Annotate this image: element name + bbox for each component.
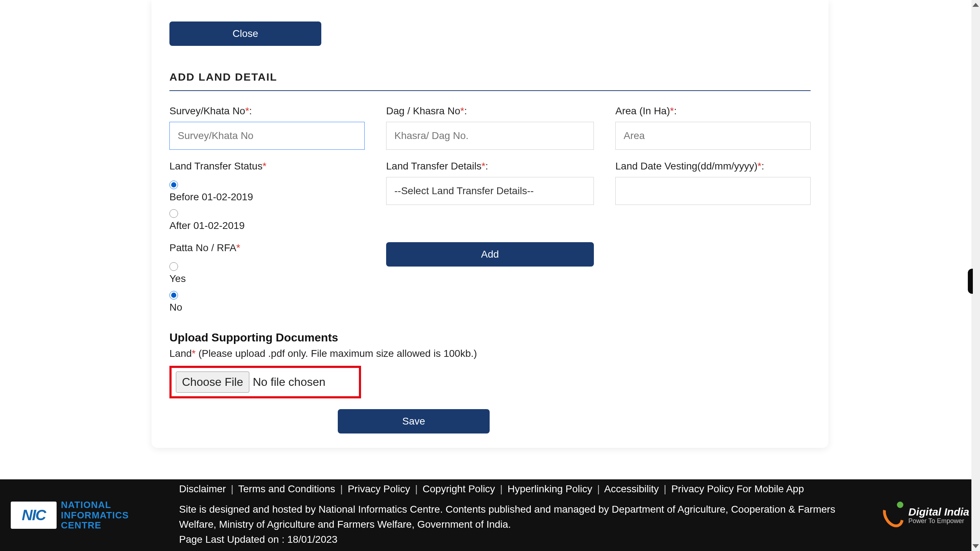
radio-input-patta-no[interactable] (169, 291, 178, 299)
link-accessibility[interactable]: Accessibility (604, 483, 659, 494)
nic-logo-text: NATIONAL INFORMATICS CENTRE (61, 500, 129, 530)
footer-last-updated: Page Last Updated on : 18/01/2023 (179, 532, 844, 547)
input-date-vesting[interactable] (616, 177, 811, 205)
close-button[interactable]: Close (169, 21, 321, 46)
label-transfer-details: Land Transfer Details*: (386, 161, 594, 172)
file-upload-highlight: Choose File No file chosen (169, 366, 361, 398)
label-area: Area (In Ha)*: (616, 105, 811, 117)
digital-india-logo: Digital India Power To Empower (885, 502, 969, 528)
radio-input-patta-yes[interactable] (169, 262, 178, 271)
radio-patta-no: No (169, 291, 364, 313)
scroll-up-icon[interactable] (972, 3, 979, 7)
nic-logo-box: NIC (11, 502, 57, 529)
link-privacy[interactable]: Privacy Policy (348, 483, 410, 494)
field-patta: Patta No / RFA* Yes No (169, 242, 364, 313)
field-area: Area (In Ha)*: (616, 105, 811, 150)
scroll-down-icon[interactable] (972, 544, 979, 548)
page-wrapper: Close ADD LAND DETAIL Survey/Khata No*: … (0, 0, 980, 479)
field-khasra-no: Dag / Khasra No*: (386, 105, 594, 150)
section-divider (169, 90, 811, 91)
radio-label-before: Before 01-02-2019 (169, 191, 364, 203)
footer-right: Digital India Power To Empower (862, 502, 969, 528)
input-survey-no[interactable] (169, 122, 364, 150)
radio-input-after[interactable] (169, 209, 178, 218)
field-transfer-status: Land Transfer Status* Before 01-02-2019 … (169, 161, 364, 231)
upload-heading: Upload Supporting Documents (169, 331, 811, 344)
link-terms[interactable]: Terms and Conditions (238, 483, 335, 494)
radio-group-transfer-status: Before 01-02-2019 After 01-02-2019 (169, 181, 364, 231)
label-survey-no: Survey/Khata No*: (169, 105, 364, 117)
radio-before: Before 01-02-2019 (169, 181, 364, 203)
radio-label-after: After 01-02-2019 (169, 220, 364, 231)
save-row: Save (169, 409, 811, 433)
footer-center: Disclaimer | Terms and Conditions | Priv… (161, 483, 862, 547)
choose-file-button[interactable]: Choose File (176, 371, 249, 393)
label-patta: Patta No / RFA* (169, 242, 364, 254)
label-date-vesting: Land Date Vesting(dd/mm/yyyy)*: (616, 161, 811, 172)
link-hyperlinking[interactable]: Hyperlinking Policy (508, 483, 592, 494)
digital-india-text: Digital India Power To Empower (908, 506, 969, 525)
label-khasra-no: Dag / Khasra No*: (386, 105, 594, 117)
link-copyright[interactable]: Copyright Policy (423, 483, 495, 494)
save-button[interactable]: Save (338, 409, 490, 433)
form-grid: Survey/Khata No*: Dag / Khasra No*: Area… (169, 105, 811, 313)
radio-label-patta-yes: Yes (169, 273, 364, 285)
link-mobile-privacy[interactable]: Privacy Policy For Mobile App (671, 483, 804, 494)
footer-disclaimer: Site is designed and hosted by National … (179, 502, 844, 532)
radio-input-before[interactable] (169, 181, 178, 189)
input-khasra-no[interactable] (386, 122, 594, 150)
link-disclaimer[interactable]: Disclaimer (179, 483, 226, 494)
radio-patta-yes: Yes (169, 262, 364, 285)
no-file-text: No file chosen (253, 376, 326, 389)
footer: NIC NATIONAL INFORMATICS CENTRE Disclaim… (0, 479, 980, 551)
field-date-vesting: Land Date Vesting(dd/mm/yyyy)*: (616, 161, 811, 205)
radio-after: After 01-02-2019 (169, 209, 364, 231)
footer-links: Disclaimer | Terms and Conditions | Priv… (179, 483, 844, 495)
add-button[interactable]: Add (386, 242, 594, 266)
input-area[interactable] (616, 122, 811, 150)
nic-logo: NIC NATIONAL INFORMATICS CENTRE (11, 500, 129, 530)
section-heading: ADD LAND DETAIL (169, 71, 811, 83)
footer-left: NIC NATIONAL INFORMATICS CENTRE (11, 500, 161, 530)
select-transfer-details[interactable]: --Select Land Transfer Details-- (386, 177, 594, 205)
add-button-cell: Add (386, 242, 594, 266)
upload-hint: Land* (Please upload .pdf only. File max… (169, 348, 811, 359)
label-transfer-status: Land Transfer Status* (169, 161, 364, 172)
radio-label-patta-no: No (169, 302, 364, 313)
form-card: Close ADD LAND DETAIL Survey/Khata No*: … (151, 0, 829, 448)
field-transfer-details: Land Transfer Details*: --Select Land Tr… (386, 161, 594, 205)
radio-group-patta: Yes No (169, 262, 364, 313)
digital-india-icon (885, 502, 903, 528)
right-side-tab[interactable] (968, 269, 973, 294)
field-survey-no: Survey/Khata No*: (169, 105, 364, 150)
